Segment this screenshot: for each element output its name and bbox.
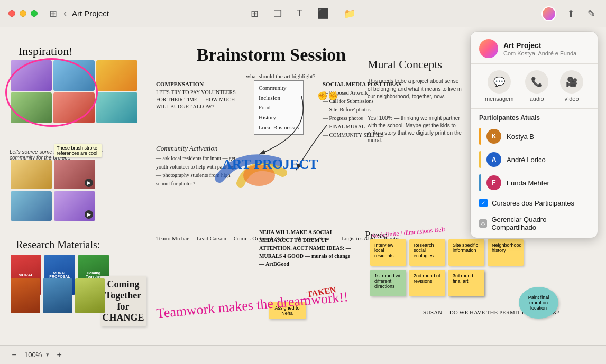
zoom-dropdown-button[interactable]: ▾: [46, 351, 49, 358]
share-button[interactable]: ⬆: [565, 6, 577, 22]
bottombar: − 100% ▾ +: [0, 345, 606, 364]
zoom-level: 100%: [24, 351, 42, 359]
grid-view-button[interactable]: ⊞: [249, 6, 261, 22]
photo-8: ▶: [54, 160, 95, 189]
compensation-text: LET'S TRY TO PAY VOLUNTEERS FOR THEIR TI…: [156, 89, 241, 110]
sticky-site-specific: Site specific information: [448, 239, 484, 266]
art-project-text: ART PROJECT: [222, 157, 318, 172]
neha-text: NEHA WILL MAKE A SOCIAL MEDIA ACCT TO DR…: [259, 228, 352, 268]
photo-2: [53, 60, 95, 91]
mural-notes: This needs to be a project about sense o…: [368, 78, 463, 101]
cursors-label: Cursores dos Participantes: [492, 199, 574, 207]
folder-button[interactable]: 📁: [342, 6, 357, 22]
participants-section-title: Participantes Atuais: [471, 109, 598, 125]
toolbar-icons: ⊞ ❐ T ⬛ 📁: [249, 6, 357, 22]
kostya-name: Kostya B: [507, 133, 534, 141]
minimize-button[interactable]: [20, 10, 26, 17]
titlebar: ⊞ ‹ Art Project ⊞ ❐ T ⬛ 📁 ⬆ ✎: [0, 0, 606, 27]
andre-name: André Lorico: [507, 156, 546, 164]
video-label: vídeo: [565, 96, 579, 102]
phone-icon: 📞: [525, 70, 548, 94]
photo-grid: [11, 60, 137, 123]
participant-kostya: K Kostya B: [471, 125, 598, 148]
video-icon: 🎥: [560, 70, 583, 94]
highlight-item-inclusion: Inclusion: [259, 93, 299, 103]
sticky-third-round: 3rd round final art: [448, 270, 484, 296]
video-button[interactable]: 🎥 vídeo: [560, 70, 583, 102]
highlight-item-history: History: [259, 113, 299, 123]
panel-title: Art Project: [503, 41, 576, 50]
panel-actions: 💬 mensagem 📞 áudio 🎥 vídeo: [471, 64, 598, 109]
sticky-interview: Interview local residents: [370, 239, 406, 266]
back-button[interactable]: ‹: [60, 7, 70, 20]
manage-label: Gerenciar Quadro Compartilhado: [491, 216, 589, 231]
close-button[interactable]: [8, 10, 15, 17]
social-item-3: — Site 'Before' photos: [323, 106, 384, 114]
photo-7: [11, 160, 52, 189]
zoom-in-button[interactable]: +: [53, 349, 65, 361]
sidebar-toggle-button[interactable]: ⊞: [46, 7, 60, 21]
brush-caption: These brush stroke references are cool: [54, 144, 102, 157]
zoom-out-button[interactable]: −: [8, 349, 20, 361]
fullscreen-button[interactable]: [31, 10, 38, 17]
research-row-2: [11, 278, 105, 313]
message-icon: 💬: [488, 70, 511, 94]
photo-5: [53, 92, 95, 123]
sticky-research: Research social ecologies: [409, 239, 445, 266]
message-label: mensagem: [485, 96, 513, 102]
highlight-item-community: Community: [259, 83, 299, 93]
canvas-area[interactable]: Inspiration! Let's source some more loca…: [0, 27, 606, 345]
collaborator-panel: Art Project Com Kostya, André e Funda 💬 …: [471, 32, 598, 238]
mural-concepts-title: Mural Concepts: [368, 57, 442, 73]
funda-color-bar: [479, 174, 481, 191]
highlight-list: Community Inclusion Food History Local B…: [254, 80, 304, 135]
photo-6: [96, 92, 137, 123]
teamwork-text: Teamwork makes the dreamwork!!: [155, 288, 349, 322]
audio-label: áudio: [530, 96, 544, 102]
compensation-title: COMPENSATION: [156, 80, 204, 88]
cursors-check-icon: ✓: [479, 199, 488, 207]
andre-color-bar: [479, 151, 481, 168]
audio-button[interactable]: 📞 áudio: [525, 70, 548, 102]
panel-header-text: Art Project Com Kostya, André e Funda: [503, 41, 576, 57]
photo-3: [96, 60, 137, 91]
photo-9: [11, 191, 52, 221]
manage-icon: ⚙: [479, 219, 487, 228]
participant-andre: A André Lorico: [471, 148, 598, 171]
cursors-option[interactable]: ✓ Cursores dos Participantes: [471, 194, 598, 211]
message-button[interactable]: 💬 mensagem: [485, 70, 513, 102]
layers-button[interactable]: ❐: [271, 6, 284, 22]
highlight-question: what should the art highlight?: [246, 72, 315, 80]
brainstorm-title: Brainstorm Session: [137, 42, 405, 68]
andre-avatar: A: [486, 152, 501, 167]
window-title: Art Project: [72, 9, 109, 18]
book-4: [11, 278, 40, 313]
photo-1: [11, 60, 52, 91]
sticky-neighborhood: Neighborhood history: [488, 239, 524, 266]
yes-note: Yes! 100% — thinking we might partner wi…: [368, 115, 463, 144]
text-button[interactable]: T: [295, 6, 305, 21]
media-button[interactable]: ⬛: [315, 6, 331, 22]
research-title: Research Materials:: [16, 239, 100, 251]
titlebar-right: ⬆ ✎: [541, 6, 598, 22]
inspiration-title: Inspiration!: [19, 43, 73, 60]
kostya-avatar: K: [486, 129, 501, 144]
funda-name: Funda Mehter: [507, 179, 549, 187]
edit-button[interactable]: ✎: [585, 6, 598, 22]
window-controls: [8, 10, 38, 17]
community-activation: Community Activation: [156, 144, 217, 153]
collaborator-avatar[interactable]: [541, 6, 556, 21]
photo-10: ▶: [54, 191, 95, 221]
inclusion-emoji: ✊✊: [317, 91, 338, 101]
book-5: [43, 278, 72, 313]
cyan-mural-sticky: Paint final mural on location: [519, 287, 558, 319]
panel-subtitle: Com Kostya, André e Funda: [503, 50, 576, 57]
change-book: Coming Together for CHANGE: [100, 276, 146, 326]
highlight-item-food: Food: [259, 102, 299, 113]
participant-funda: F Funda Mehter: [471, 171, 598, 194]
panel-header: Art Project Com Kostya, André e Funda: [471, 32, 598, 64]
panel-project-avatar: [479, 39, 498, 58]
kostya-color-bar: [479, 128, 481, 145]
sticky-first-round: 1st round w/ different directions: [370, 270, 406, 296]
manage-option[interactable]: ⚙ Gerenciar Quadro Compartilhado: [471, 211, 598, 238]
